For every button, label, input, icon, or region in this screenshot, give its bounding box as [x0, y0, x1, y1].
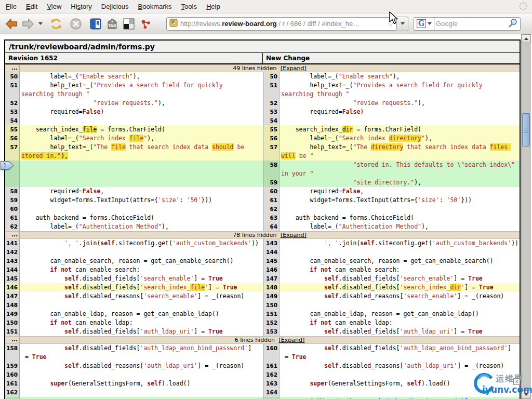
line-number-gutter[interactable]: 59: [5, 196, 20, 205]
line-number-gutter[interactable]: 147: [263, 274, 280, 283]
line-number-gutter[interactable]: 151: [263, 310, 280, 318]
vertical-scrollbar[interactable]: [521, 34, 531, 399]
menu-item-delicious[interactable]: Delicious: [97, 1, 134, 12]
line-number-gutter[interactable]: 62: [263, 205, 280, 214]
old-side-cell: 58 required=False,: [5, 187, 263, 196]
old-side-cell: 1: [5, 161, 263, 178]
line-number-gutter[interactable]: 53: [5, 108, 20, 116]
line-number-gutter[interactable]: 62: [5, 222, 20, 231]
line-number-gutter[interactable]: 55: [263, 125, 280, 134]
line-number-gutter[interactable]: 145: [263, 257, 280, 265]
line-number-gutter[interactable]: 61: [5, 214, 20, 222]
line-number-gutter[interactable]: 146: [263, 265, 280, 274]
search-input[interactable]: [435, 19, 508, 28]
line-number-gutter[interactable]: 162: [263, 370, 280, 379]
line-number-gutter[interactable]: 60: [263, 187, 280, 196]
line-number-gutter[interactable]: 160: [5, 370, 20, 379]
old-side-cell: 150 if not can_enable_ldap:: [5, 318, 263, 327]
line-number-gutter[interactable]: 146: [5, 283, 20, 292]
line-number-gutter[interactable]: 147: [5, 292, 20, 301]
scrollbar-thumb[interactable]: [522, 113, 530, 147]
line-number-gutter[interactable]: 59: [263, 178, 280, 187]
line-number-gutter[interactable]: 161: [5, 379, 20, 388]
line-number-gutter[interactable]: 57: [263, 143, 280, 161]
scrollbar-up-button[interactable]: [522, 34, 531, 43]
tag-button[interactable]: TAG: [104, 16, 121, 32]
line-number-gutter[interactable]: 1: [5, 161, 20, 178]
line-number-gutter[interactable]: 160: [263, 344, 280, 362]
menu-item-help[interactable]: Help: [202, 1, 225, 12]
line-number-gutter[interactable]: 60: [5, 205, 20, 214]
line-number-gutter[interactable]: 164: [263, 388, 280, 397]
line-number-gutter[interactable]: [5, 397, 20, 399]
line-number-gutter[interactable]: 57: [5, 143, 20, 161]
line-number-gutter[interactable]: 161: [263, 362, 280, 370]
line-number-gutter[interactable]: 143: [5, 257, 20, 265]
stop-button[interactable]: [68, 16, 84, 32]
line-number-gutter[interactable]: 58: [5, 187, 20, 196]
line-number-gutter[interactable]: 56: [5, 134, 20, 143]
line-number-gutter[interactable]: 58: [263, 161, 280, 178]
line-number-gutter[interactable]: 142: [5, 248, 20, 257]
line-number-gutter[interactable]: 53: [263, 108, 280, 116]
line-number-gutter[interactable]: 144: [5, 265, 20, 274]
line-number-gutter[interactable]: 63: [263, 214, 280, 222]
expand-link[interactable]: [Expand]: [281, 232, 307, 238]
bookmark-star-icon[interactable]: ☆: [387, 20, 394, 28]
line-number-gutter[interactable]: 52: [5, 99, 20, 108]
line-number-gutter[interactable]: 148: [5, 301, 20, 310]
line-number-gutter[interactable]: 150: [263, 301, 280, 310]
file-path-title: /trunk/reviewboard/admin/forms.py: [5, 41, 520, 53]
line-number-gutter[interactable]: 149: [263, 292, 280, 301]
line-number-gutter[interactable]: 51: [263, 81, 280, 99]
line-number-gutter[interactable]: 151: [5, 327, 20, 336]
expand-link[interactable]: [Expand]: [279, 337, 305, 343]
line-number-gutter[interactable]: 162: [5, 388, 20, 397]
menu-item-history[interactable]: History: [66, 1, 96, 12]
forward-button[interactable]: [20, 16, 36, 32]
line-number-gutter[interactable]: 145: [5, 274, 20, 283]
line-number-gutter[interactable]: 56: [263, 134, 280, 143]
reload-button[interactable]: [48, 16, 64, 32]
menu-item-view[interactable]: View: [42, 1, 66, 12]
line-number-gutter[interactable]: 150: [5, 318, 20, 327]
line-number-gutter[interactable]: 141: [5, 239, 20, 248]
comment-flag[interactable]: 1: [1, 161, 14, 170]
share-button[interactable]: [137, 16, 154, 32]
line-number-gutter[interactable]: 143: [263, 239, 280, 248]
bookmark-button[interactable]: [87, 16, 104, 32]
line-number-gutter[interactable]: 144: [263, 248, 280, 257]
url-bar[interactable]: http://reviews.review-board.org / r / 68…: [166, 17, 397, 31]
line-number-gutter[interactable]: 64: [263, 222, 280, 231]
line-number-gutter[interactable]: 54: [5, 116, 20, 125]
menu-item-edit[interactable]: Edit: [21, 1, 42, 12]
line-number-gutter[interactable]: [5, 178, 20, 187]
menu-item-bookmarks[interactable]: Bookmarks: [134, 1, 177, 12]
line-number-gutter[interactable]: 50: [5, 72, 20, 81]
delicious-button[interactable]: [121, 16, 137, 32]
line-number-gutter[interactable]: 149: [5, 310, 20, 318]
search-magnifier-icon[interactable]: [508, 18, 518, 30]
line-number-gutter[interactable]: 165: [263, 397, 280, 399]
menu-item-file[interactable]: File: [1, 1, 21, 12]
line-number-gutter[interactable]: 163: [263, 379, 280, 388]
search-engine-button[interactable]: G: [414, 18, 435, 30]
line-number-gutter[interactable]: 61: [263, 196, 280, 205]
line-number-gutter[interactable]: 158: [5, 344, 20, 362]
menu-item-tools[interactable]: Tools: [177, 1, 202, 12]
line-number-gutter[interactable]: 159: [5, 362, 20, 370]
line-number-gutter[interactable]: 54: [263, 116, 280, 125]
code-line: self.disabled_fields['search_enable'] = …: [20, 274, 263, 283]
scrollbar-down-button[interactable]: [522, 390, 531, 399]
line-number-gutter[interactable]: 51: [5, 81, 20, 99]
expand-link[interactable]: [Expand]: [281, 65, 307, 72]
url-dropdown-button[interactable]: [397, 17, 408, 31]
line-number-gutter[interactable]: 153: [263, 327, 280, 336]
line-number-gutter[interactable]: 55: [5, 125, 20, 134]
line-number-gutter[interactable]: 50: [263, 72, 280, 81]
line-number-gutter[interactable]: 152: [263, 318, 280, 327]
line-number-gutter[interactable]: 52: [263, 99, 280, 108]
back-button[interactable]: [3, 16, 20, 32]
line-number-gutter[interactable]: 148: [263, 283, 280, 292]
forward-history-dropdown-button[interactable]: [36, 16, 45, 32]
